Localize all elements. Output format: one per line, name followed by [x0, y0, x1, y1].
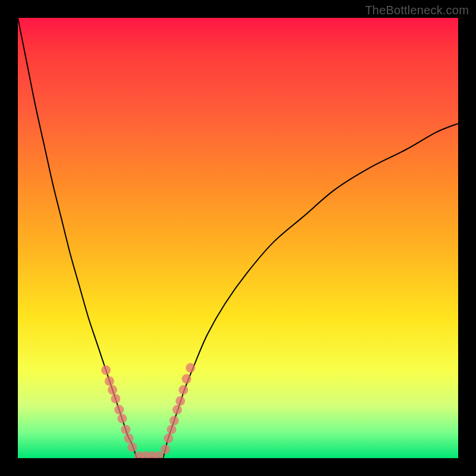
dot-group	[101, 363, 195, 458]
data-dot	[176, 396, 185, 406]
data-dot	[178, 385, 188, 394]
data-dot	[127, 443, 137, 452]
data-dot	[117, 414, 127, 423]
data-dot	[111, 394, 120, 403]
data-dot	[121, 425, 130, 434]
data-dot	[167, 425, 176, 434]
watermark-text: TheBottleneck.com	[365, 4, 469, 17]
data-dot	[170, 416, 179, 425]
data-dot	[186, 363, 195, 372]
curve-right-curve	[163, 124, 458, 458]
data-dot	[114, 405, 124, 415]
chart-plot-area	[18, 18, 458, 458]
data-dot	[124, 434, 133, 443]
chart-svg	[18, 18, 458, 458]
data-dot	[105, 377, 114, 386]
curve-left-curve	[18, 18, 137, 458]
data-dot	[108, 385, 117, 394]
data-dot	[181, 374, 191, 384]
data-dot	[173, 405, 182, 415]
curve-group	[18, 18, 458, 458]
data-dot	[164, 434, 173, 443]
data-dot	[101, 365, 111, 375]
